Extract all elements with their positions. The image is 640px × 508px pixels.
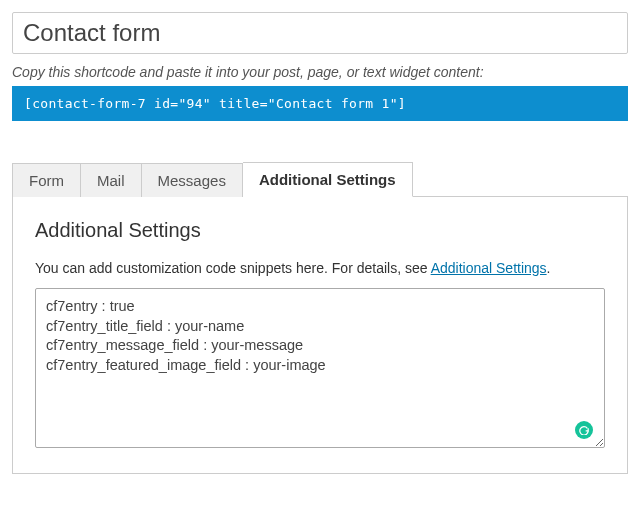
tab-panel-additional-settings: Additional Settings You can add customiz… <box>12 196 628 474</box>
panel-desc-prefix: You can add customization code snippets … <box>35 260 431 276</box>
shortcode-help-text: Copy this shortcode and paste it into yo… <box>12 64 628 80</box>
panel-heading: Additional Settings <box>35 219 605 242</box>
tab-messages[interactable]: Messages <box>142 163 243 197</box>
tabs-container: Form Mail Messages Additional Settings A… <box>12 161 628 474</box>
tab-form[interactable]: Form <box>12 163 81 197</box>
additional-settings-textarea[interactable] <box>35 288 605 448</box>
shortcode-display[interactable]: [contact-form-7 id="94" title="Contact f… <box>12 86 628 121</box>
panel-desc-suffix: . <box>547 260 551 276</box>
additional-settings-link[interactable]: Additional Settings <box>431 260 547 276</box>
tab-additional-settings[interactable]: Additional Settings <box>243 162 413 197</box>
panel-description: You can add customization code snippets … <box>35 260 605 276</box>
grammarly-icon[interactable] <box>575 421 593 439</box>
code-area-wrap <box>35 288 605 451</box>
tab-mail[interactable]: Mail <box>81 163 142 197</box>
tab-row: Form Mail Messages Additional Settings <box>12 161 628 196</box>
form-title-input[interactable] <box>12 12 628 54</box>
